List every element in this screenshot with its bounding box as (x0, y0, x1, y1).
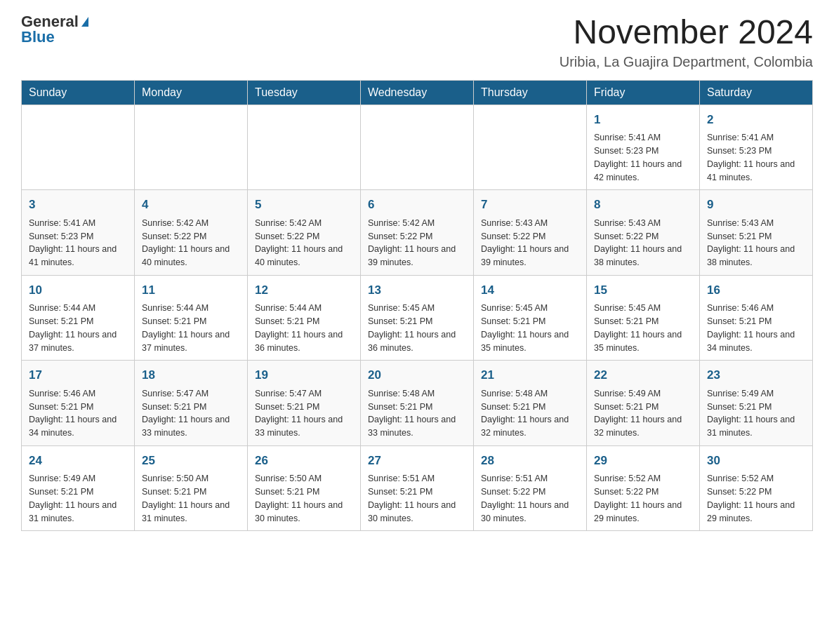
day-info: Sunrise: 5:42 AM Sunset: 5:22 PM Dayligh… (368, 217, 466, 269)
day-info: Sunrise: 5:50 AM Sunset: 5:21 PM Dayligh… (142, 472, 240, 525)
calendar-cell (22, 105, 135, 190)
calendar-day-header: Saturday (700, 80, 813, 105)
day-number: 14 (481, 281, 579, 300)
day-number: 17 (29, 366, 127, 384)
calendar-day-header: Thursday (474, 80, 587, 105)
day-info: Sunrise: 5:46 AM Sunset: 5:21 PM Dayligh… (707, 302, 805, 354)
calendar-cell: 22Sunrise: 5:49 AM Sunset: 5:21 PM Dayli… (587, 361, 700, 446)
month-title: November 2024 (560, 14, 813, 51)
day-number: 18 (142, 366, 240, 384)
day-info: Sunrise: 5:41 AM Sunset: 5:23 PM Dayligh… (594, 131, 692, 184)
calendar-week-row: 24Sunrise: 5:49 AM Sunset: 5:21 PM Dayli… (22, 445, 813, 531)
day-number: 1 (594, 111, 692, 129)
page-header: General Blue November 2024 Uribia, La Gu… (21, 14, 813, 70)
calendar-day-header: Friday (587, 80, 700, 105)
day-number: 27 (368, 452, 466, 470)
calendar-cell: 9Sunrise: 5:43 AM Sunset: 5:21 PM Daylig… (700, 190, 813, 276)
day-number: 28 (481, 452, 579, 470)
title-block: November 2024 Uribia, La Guajira Departm… (560, 14, 813, 70)
logo-blue-text: Blue (21, 29, 55, 45)
day-number: 23 (707, 366, 805, 384)
calendar-cell: 8Sunrise: 5:43 AM Sunset: 5:22 PM Daylig… (587, 190, 700, 276)
calendar-cell: 7Sunrise: 5:43 AM Sunset: 5:22 PM Daylig… (474, 190, 587, 276)
day-info: Sunrise: 5:51 AM Sunset: 5:22 PM Dayligh… (481, 472, 579, 525)
day-info: Sunrise: 5:43 AM Sunset: 5:22 PM Dayligh… (594, 217, 692, 269)
calendar-cell: 11Sunrise: 5:44 AM Sunset: 5:21 PM Dayli… (135, 275, 248, 361)
logo: General Blue (21, 14, 88, 45)
calendar-cell: 23Sunrise: 5:49 AM Sunset: 5:21 PM Dayli… (700, 361, 813, 446)
day-info: Sunrise: 5:47 AM Sunset: 5:21 PM Dayligh… (142, 387, 240, 440)
day-info: Sunrise: 5:46 AM Sunset: 5:21 PM Dayligh… (29, 387, 127, 440)
day-number: 2 (707, 111, 805, 129)
calendar-cell (361, 105, 474, 190)
calendar-cell: 2Sunrise: 5:41 AM Sunset: 5:23 PM Daylig… (700, 105, 813, 190)
day-number: 9 (707, 196, 805, 214)
day-number: 7 (481, 196, 579, 214)
day-info: Sunrise: 5:41 AM Sunset: 5:23 PM Dayligh… (29, 217, 127, 269)
calendar-cell: 18Sunrise: 5:47 AM Sunset: 5:21 PM Dayli… (135, 361, 248, 446)
day-number: 30 (707, 452, 805, 470)
calendar-cell: 19Sunrise: 5:47 AM Sunset: 5:21 PM Dayli… (248, 361, 361, 446)
calendar-week-row: 3Sunrise: 5:41 AM Sunset: 5:23 PM Daylig… (22, 190, 813, 276)
day-number: 13 (368, 281, 466, 300)
calendar-day-header: Tuesday (248, 80, 361, 105)
day-info: Sunrise: 5:42 AM Sunset: 5:22 PM Dayligh… (255, 217, 353, 269)
calendar-cell (474, 105, 587, 190)
calendar-day-header: Wednesday (361, 80, 474, 105)
day-number: 25 (142, 452, 240, 470)
calendar-cell: 3Sunrise: 5:41 AM Sunset: 5:23 PM Daylig… (22, 190, 135, 276)
day-number: 5 (255, 196, 353, 214)
day-info: Sunrise: 5:47 AM Sunset: 5:21 PM Dayligh… (255, 387, 353, 440)
logo-triangle-icon (81, 17, 88, 27)
day-number: 15 (594, 281, 692, 300)
calendar-header-row: SundayMondayTuesdayWednesdayThursdayFrid… (22, 80, 813, 105)
day-info: Sunrise: 5:44 AM Sunset: 5:21 PM Dayligh… (255, 302, 353, 354)
calendar-table: SundayMondayTuesdayWednesdayThursdayFrid… (21, 80, 813, 532)
day-info: Sunrise: 5:50 AM Sunset: 5:21 PM Dayligh… (255, 472, 353, 525)
calendar-cell: 20Sunrise: 5:48 AM Sunset: 5:21 PM Dayli… (361, 361, 474, 446)
location-title: Uribia, La Guajira Department, Colombia (560, 54, 813, 70)
day-number: 29 (594, 452, 692, 470)
calendar-cell: 25Sunrise: 5:50 AM Sunset: 5:21 PM Dayli… (135, 445, 248, 531)
day-number: 16 (707, 281, 805, 300)
calendar-cell: 10Sunrise: 5:44 AM Sunset: 5:21 PM Dayli… (22, 275, 135, 361)
day-info: Sunrise: 5:48 AM Sunset: 5:21 PM Dayligh… (481, 387, 579, 440)
calendar-cell: 29Sunrise: 5:52 AM Sunset: 5:22 PM Dayli… (587, 445, 700, 531)
logo-general-text: General (21, 14, 79, 29)
day-info: Sunrise: 5:41 AM Sunset: 5:23 PM Dayligh… (707, 131, 805, 184)
day-number: 3 (29, 196, 127, 214)
calendar-cell: 30Sunrise: 5:52 AM Sunset: 5:22 PM Dayli… (700, 445, 813, 531)
day-number: 11 (142, 281, 240, 300)
calendar-cell: 17Sunrise: 5:46 AM Sunset: 5:21 PM Dayli… (22, 361, 135, 446)
calendar-cell: 21Sunrise: 5:48 AM Sunset: 5:21 PM Dayli… (474, 361, 587, 446)
calendar-cell (248, 105, 361, 190)
calendar-cell (135, 105, 248, 190)
calendar-week-row: 17Sunrise: 5:46 AM Sunset: 5:21 PM Dayli… (22, 361, 813, 446)
calendar-day-header: Sunday (22, 80, 135, 105)
calendar-cell: 27Sunrise: 5:51 AM Sunset: 5:21 PM Dayli… (361, 445, 474, 531)
day-info: Sunrise: 5:44 AM Sunset: 5:21 PM Dayligh… (142, 302, 240, 354)
calendar-cell: 24Sunrise: 5:49 AM Sunset: 5:21 PM Dayli… (22, 445, 135, 531)
day-info: Sunrise: 5:52 AM Sunset: 5:22 PM Dayligh… (707, 472, 805, 525)
day-number: 19 (255, 366, 353, 384)
day-number: 20 (368, 366, 466, 384)
day-number: 6 (368, 196, 466, 214)
day-number: 8 (594, 196, 692, 214)
calendar-day-header: Monday (135, 80, 248, 105)
calendar-cell: 15Sunrise: 5:45 AM Sunset: 5:21 PM Dayli… (587, 275, 700, 361)
day-info: Sunrise: 5:51 AM Sunset: 5:21 PM Dayligh… (368, 472, 466, 525)
day-number: 10 (29, 281, 127, 300)
day-info: Sunrise: 5:42 AM Sunset: 5:22 PM Dayligh… (142, 217, 240, 269)
calendar-cell: 12Sunrise: 5:44 AM Sunset: 5:21 PM Dayli… (248, 275, 361, 361)
day-number: 22 (594, 366, 692, 384)
day-info: Sunrise: 5:52 AM Sunset: 5:22 PM Dayligh… (594, 472, 692, 525)
calendar-cell: 28Sunrise: 5:51 AM Sunset: 5:22 PM Dayli… (474, 445, 587, 531)
calendar-cell: 13Sunrise: 5:45 AM Sunset: 5:21 PM Dayli… (361, 275, 474, 361)
calendar-cell: 14Sunrise: 5:45 AM Sunset: 5:21 PM Dayli… (474, 275, 587, 361)
day-info: Sunrise: 5:45 AM Sunset: 5:21 PM Dayligh… (481, 302, 579, 354)
day-info: Sunrise: 5:49 AM Sunset: 5:21 PM Dayligh… (594, 387, 692, 440)
calendar-cell: 26Sunrise: 5:50 AM Sunset: 5:21 PM Dayli… (248, 445, 361, 531)
day-number: 12 (255, 281, 353, 300)
calendar-cell: 6Sunrise: 5:42 AM Sunset: 5:22 PM Daylig… (361, 190, 474, 276)
calendar-cell: 4Sunrise: 5:42 AM Sunset: 5:22 PM Daylig… (135, 190, 248, 276)
